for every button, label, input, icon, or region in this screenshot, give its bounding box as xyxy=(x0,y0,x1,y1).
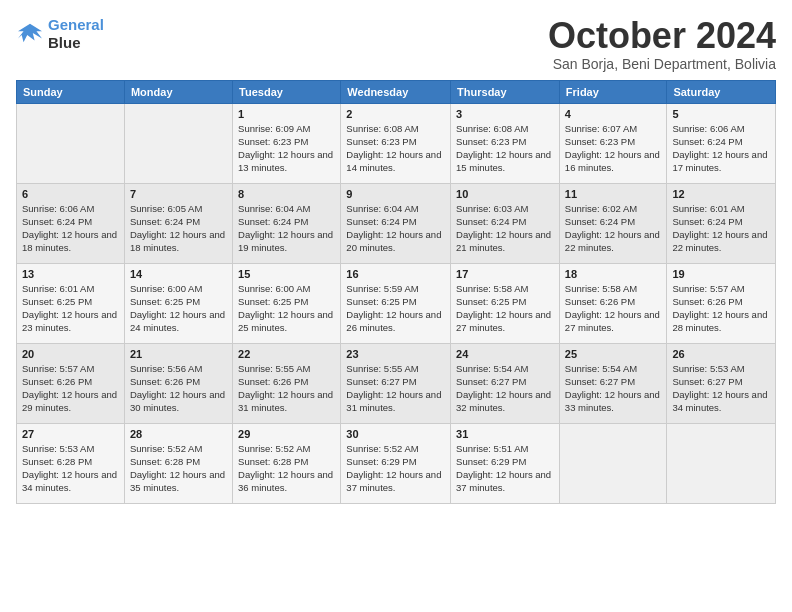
day-number: 21 xyxy=(130,348,227,360)
day-info: Sunrise: 5:53 AMSunset: 6:27 PMDaylight:… xyxy=(672,362,770,415)
day-number: 28 xyxy=(130,428,227,440)
day-cell: 17Sunrise: 5:58 AMSunset: 6:25 PMDayligh… xyxy=(451,263,560,343)
day-cell: 2Sunrise: 6:08 AMSunset: 6:23 PMDaylight… xyxy=(341,103,451,183)
calendar-table: SundayMondayTuesdayWednesdayThursdayFrid… xyxy=(16,80,776,504)
day-info: Sunrise: 5:55 AMSunset: 6:26 PMDaylight:… xyxy=(238,362,335,415)
day-cell: 24Sunrise: 5:54 AMSunset: 6:27 PMDayligh… xyxy=(451,343,560,423)
day-info: Sunrise: 6:03 AMSunset: 6:24 PMDaylight:… xyxy=(456,202,554,255)
day-cell: 6Sunrise: 6:06 AMSunset: 6:24 PMDaylight… xyxy=(17,183,125,263)
day-number: 19 xyxy=(672,268,770,280)
day-number: 5 xyxy=(672,108,770,120)
day-number: 13 xyxy=(22,268,119,280)
day-info: Sunrise: 6:09 AMSunset: 6:23 PMDaylight:… xyxy=(238,122,335,175)
day-info: Sunrise: 5:54 AMSunset: 6:27 PMDaylight:… xyxy=(565,362,662,415)
day-info: Sunrise: 6:04 AMSunset: 6:24 PMDaylight:… xyxy=(346,202,445,255)
header-wednesday: Wednesday xyxy=(341,80,451,103)
day-cell: 19Sunrise: 5:57 AMSunset: 6:26 PMDayligh… xyxy=(667,263,776,343)
day-cell: 10Sunrise: 6:03 AMSunset: 6:24 PMDayligh… xyxy=(451,183,560,263)
header-sunday: Sunday xyxy=(17,80,125,103)
day-number: 14 xyxy=(130,268,227,280)
header-monday: Monday xyxy=(124,80,232,103)
day-info: Sunrise: 5:52 AMSunset: 6:28 PMDaylight:… xyxy=(130,442,227,495)
day-cell: 29Sunrise: 5:52 AMSunset: 6:28 PMDayligh… xyxy=(233,423,341,503)
day-info: Sunrise: 6:08 AMSunset: 6:23 PMDaylight:… xyxy=(456,122,554,175)
header-friday: Friday xyxy=(559,80,667,103)
day-number: 29 xyxy=(238,428,335,440)
day-number: 18 xyxy=(565,268,662,280)
day-cell: 8Sunrise: 6:04 AMSunset: 6:24 PMDaylight… xyxy=(233,183,341,263)
day-cell: 27Sunrise: 5:53 AMSunset: 6:28 PMDayligh… xyxy=(17,423,125,503)
day-info: Sunrise: 5:57 AMSunset: 6:26 PMDaylight:… xyxy=(672,282,770,335)
logo: GeneralBlue xyxy=(16,16,104,52)
logo-text: GeneralBlue xyxy=(48,16,104,52)
day-cell: 4Sunrise: 6:07 AMSunset: 6:23 PMDaylight… xyxy=(559,103,667,183)
day-cell: 20Sunrise: 5:57 AMSunset: 6:26 PMDayligh… xyxy=(17,343,125,423)
title-section: October 2024 San Borja, Beni Department,… xyxy=(548,16,776,72)
day-info: Sunrise: 5:52 AMSunset: 6:28 PMDaylight:… xyxy=(238,442,335,495)
day-cell: 11Sunrise: 6:02 AMSunset: 6:24 PMDayligh… xyxy=(559,183,667,263)
day-number: 23 xyxy=(346,348,445,360)
subtitle: San Borja, Beni Department, Bolivia xyxy=(548,56,776,72)
day-info: Sunrise: 6:06 AMSunset: 6:24 PMDaylight:… xyxy=(672,122,770,175)
day-info: Sunrise: 6:02 AMSunset: 6:24 PMDaylight:… xyxy=(565,202,662,255)
day-cell: 14Sunrise: 6:00 AMSunset: 6:25 PMDayligh… xyxy=(124,263,232,343)
day-number: 20 xyxy=(22,348,119,360)
day-info: Sunrise: 6:05 AMSunset: 6:24 PMDaylight:… xyxy=(130,202,227,255)
day-number: 15 xyxy=(238,268,335,280)
day-info: Sunrise: 5:59 AMSunset: 6:25 PMDaylight:… xyxy=(346,282,445,335)
day-cell: 9Sunrise: 6:04 AMSunset: 6:24 PMDaylight… xyxy=(341,183,451,263)
day-cell xyxy=(667,423,776,503)
day-info: Sunrise: 5:58 AMSunset: 6:25 PMDaylight:… xyxy=(456,282,554,335)
day-info: Sunrise: 6:00 AMSunset: 6:25 PMDaylight:… xyxy=(130,282,227,335)
day-cell: 21Sunrise: 5:56 AMSunset: 6:26 PMDayligh… xyxy=(124,343,232,423)
logo-bird-icon xyxy=(16,22,44,46)
day-number: 27 xyxy=(22,428,119,440)
day-number: 22 xyxy=(238,348,335,360)
day-number: 24 xyxy=(456,348,554,360)
day-cell: 16Sunrise: 5:59 AMSunset: 6:25 PMDayligh… xyxy=(341,263,451,343)
day-info: Sunrise: 6:07 AMSunset: 6:23 PMDaylight:… xyxy=(565,122,662,175)
day-info: Sunrise: 5:57 AMSunset: 6:26 PMDaylight:… xyxy=(22,362,119,415)
day-info: Sunrise: 5:56 AMSunset: 6:26 PMDaylight:… xyxy=(130,362,227,415)
day-number: 31 xyxy=(456,428,554,440)
day-number: 11 xyxy=(565,188,662,200)
day-info: Sunrise: 5:51 AMSunset: 6:29 PMDaylight:… xyxy=(456,442,554,495)
month-title: October 2024 xyxy=(548,16,776,56)
day-cell: 22Sunrise: 5:55 AMSunset: 6:26 PMDayligh… xyxy=(233,343,341,423)
day-cell: 12Sunrise: 6:01 AMSunset: 6:24 PMDayligh… xyxy=(667,183,776,263)
day-number: 7 xyxy=(130,188,227,200)
day-cell: 23Sunrise: 5:55 AMSunset: 6:27 PMDayligh… xyxy=(341,343,451,423)
day-cell: 3Sunrise: 6:08 AMSunset: 6:23 PMDaylight… xyxy=(451,103,560,183)
day-cell xyxy=(124,103,232,183)
day-number: 12 xyxy=(672,188,770,200)
day-number: 25 xyxy=(565,348,662,360)
day-cell: 28Sunrise: 5:52 AMSunset: 6:28 PMDayligh… xyxy=(124,423,232,503)
day-info: Sunrise: 5:55 AMSunset: 6:27 PMDaylight:… xyxy=(346,362,445,415)
header-saturday: Saturday xyxy=(667,80,776,103)
day-cell: 25Sunrise: 5:54 AMSunset: 6:27 PMDayligh… xyxy=(559,343,667,423)
day-info: Sunrise: 6:08 AMSunset: 6:23 PMDaylight:… xyxy=(346,122,445,175)
week-row-1: 1Sunrise: 6:09 AMSunset: 6:23 PMDaylight… xyxy=(17,103,776,183)
day-number: 30 xyxy=(346,428,445,440)
day-cell: 26Sunrise: 5:53 AMSunset: 6:27 PMDayligh… xyxy=(667,343,776,423)
day-number: 26 xyxy=(672,348,770,360)
week-row-5: 27Sunrise: 5:53 AMSunset: 6:28 PMDayligh… xyxy=(17,423,776,503)
day-cell: 31Sunrise: 5:51 AMSunset: 6:29 PMDayligh… xyxy=(451,423,560,503)
header-tuesday: Tuesday xyxy=(233,80,341,103)
day-cell: 13Sunrise: 6:01 AMSunset: 6:25 PMDayligh… xyxy=(17,263,125,343)
header-thursday: Thursday xyxy=(451,80,560,103)
day-info: Sunrise: 6:04 AMSunset: 6:24 PMDaylight:… xyxy=(238,202,335,255)
day-number: 8 xyxy=(238,188,335,200)
day-cell xyxy=(559,423,667,503)
day-info: Sunrise: 6:00 AMSunset: 6:25 PMDaylight:… xyxy=(238,282,335,335)
day-number: 2 xyxy=(346,108,445,120)
day-cell: 18Sunrise: 5:58 AMSunset: 6:26 PMDayligh… xyxy=(559,263,667,343)
day-info: Sunrise: 5:54 AMSunset: 6:27 PMDaylight:… xyxy=(456,362,554,415)
day-info: Sunrise: 6:06 AMSunset: 6:24 PMDaylight:… xyxy=(22,202,119,255)
day-number: 16 xyxy=(346,268,445,280)
day-number: 10 xyxy=(456,188,554,200)
day-cell: 30Sunrise: 5:52 AMSunset: 6:29 PMDayligh… xyxy=(341,423,451,503)
day-info: Sunrise: 6:01 AMSunset: 6:24 PMDaylight:… xyxy=(672,202,770,255)
week-row-2: 6Sunrise: 6:06 AMSunset: 6:24 PMDaylight… xyxy=(17,183,776,263)
svg-marker-0 xyxy=(18,24,42,42)
